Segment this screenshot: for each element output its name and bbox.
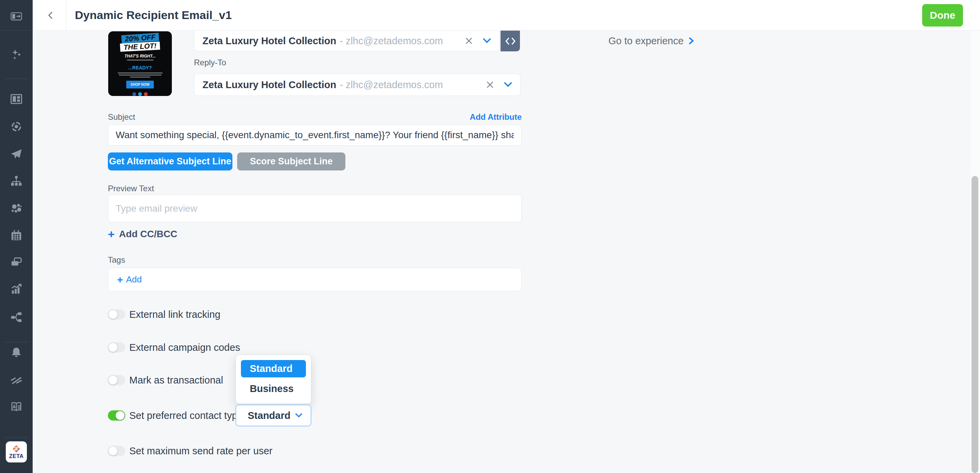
collection-icon[interactable] — [9, 255, 24, 269]
collapse-panel-icon[interactable] — [9, 9, 24, 24]
plus-icon: + — [117, 275, 123, 285]
back-button[interactable] — [43, 8, 59, 23]
calendar-icon[interactable] — [9, 228, 24, 243]
subject-input[interactable] — [108, 124, 522, 146]
contact-type-value: Standard — [248, 410, 291, 421]
contact-type-select[interactable]: Standard — [235, 405, 311, 426]
sidebar: ZETA — [0, 0, 33, 473]
send-icon[interactable] — [9, 147, 24, 161]
score-subject-button[interactable]: Score Subject Line — [237, 153, 345, 170]
zeta-logo[interactable]: ZETA — [6, 441, 27, 462]
speed-icon[interactable] — [9, 373, 24, 387]
zeta-diamond-icon — [12, 445, 21, 453]
toggle-row-external-campaign-codes: External campaign codes — [108, 342, 240, 353]
audience-icon[interactable] — [9, 201, 24, 216]
hierarchy-icon[interactable] — [9, 174, 24, 188]
get-alternative-subject-button[interactable]: Get Alternative Subject Line — [108, 153, 232, 170]
add-tag-label: Add — [126, 274, 142, 285]
thumb-ready-text: ...READY? — [108, 65, 172, 70]
sidebar-divider — [5, 342, 28, 342]
workflow-split-icon[interactable] — [9, 310, 24, 324]
toggle-knob — [108, 446, 118, 455]
chevron-down-icon — [295, 413, 302, 418]
reply-to-address: - zlhc@zetademos.com — [340, 79, 443, 91]
add-attribute-link[interactable]: Add Attribute — [470, 112, 522, 122]
facebook-icon — [132, 92, 136, 96]
thumb-text-bar — [118, 72, 163, 73]
twitter-icon — [138, 92, 142, 96]
toggle-row-mark-as-transactional: Mark as transactional — [108, 375, 223, 385]
toggle-knob — [108, 343, 118, 352]
preview-text-label: Preview Text — [108, 184, 154, 193]
toggle-row-set-maximum-send-rate: Set maximum send rate per user — [108, 446, 272, 456]
thumb-offer-banner-2: THE LOT! — [120, 41, 160, 52]
go-to-experience-label: Go to experience — [608, 35, 684, 47]
go-to-experience-link[interactable]: Go to experience — [608, 34, 695, 48]
google-plus-icon — [144, 92, 148, 96]
page-title: Dynamic Recipient Email_v1 — [75, 0, 232, 30]
thumb-social-icons — [108, 92, 172, 96]
reply-to-name: Zeta Luxury Hotel Collection — [202, 79, 336, 91]
reply-to-label: Reply-To — [194, 58, 226, 67]
thumb-text-bar — [119, 75, 162, 76]
tags-label: Tags — [108, 255, 125, 265]
toggle-row-set-preferred-contact-type: Set preferred contact type — [108, 410, 243, 421]
toggle-label: Mark as transactional — [129, 375, 223, 386]
set-preferred-contact-type-toggle[interactable] — [108, 410, 125, 420]
dropdown-option-standard[interactable]: Standard — [241, 360, 306, 377]
header-divider — [66, 0, 66, 30]
subject-label: Subject — [108, 112, 135, 122]
from-sender-select[interactable]: Zeta Luxury Hotel Collection - zlhc@zeta… — [194, 30, 500, 51]
tags-input-box[interactable]: + Add — [108, 268, 522, 291]
subject-header-row: Subject Add Attribute — [108, 112, 522, 122]
analytics-icon[interactable] — [9, 282, 24, 296]
thumb-tagline: THAT'S RIGHT... — [108, 54, 172, 59]
chevron-right-icon — [688, 37, 695, 45]
email-template-thumbnail[interactable]: 20% OFF THE LOT! THAT'S RIGHT... ...READ… — [108, 31, 172, 96]
chevron-left-icon — [46, 11, 55, 20]
knowledge-base-icon[interactable] — [9, 400, 24, 414]
sidebar-divider — [5, 437, 28, 438]
scrollbar-thumb[interactable] — [972, 176, 978, 473]
ai-sparkles-icon[interactable] — [9, 48, 24, 62]
chevron-down-icon[interactable] — [483, 38, 491, 43]
toggle-label: Set preferred contact type — [129, 410, 243, 421]
app-screen: ZETA Dynamic Recipient Email_v1 Done Go … — [0, 0, 980, 473]
add-cc-bcc-label: Add CC/BCC — [119, 229, 177, 240]
toggle-label: External link tracking — [129, 309, 221, 320]
from-sender-address: - zlhc@zetademos.com — [340, 35, 443, 47]
external-link-tracking-toggle[interactable] — [108, 309, 125, 320]
zeta-logo-text: ZETA — [9, 453, 24, 459]
code-view-button[interactable] — [501, 30, 520, 51]
external-campaign-codes-toggle[interactable] — [108, 342, 125, 352]
toggle-row-external-link-tracking: External link tracking — [108, 309, 221, 320]
preview-text-input[interactable] — [108, 195, 522, 222]
code-icon — [504, 36, 516, 46]
toggle-knob — [108, 310, 118, 319]
thumb-text-bar — [127, 59, 153, 61]
plus-icon: + — [108, 228, 115, 240]
add-tag-button[interactable]: + Add — [117, 274, 142, 285]
clear-icon[interactable] — [465, 37, 473, 45]
mark-as-transactional-toggle[interactable] — [108, 375, 125, 385]
target-icon[interactable] — [9, 119, 24, 134]
toggle-label: Set maximum send rate per user — [129, 446, 272, 457]
from-sender-name: Zeta Luxury Hotel Collection — [202, 35, 336, 47]
chevron-down-icon[interactable] — [504, 82, 512, 88]
contact-type-dropdown-menu: Standard Business — [235, 355, 311, 404]
thumb-shop-now-button: SHOP NOW — [126, 81, 154, 89]
toggle-knob — [108, 376, 118, 384]
dropdown-option-business[interactable]: Business — [236, 383, 311, 394]
set-maximum-send-rate-toggle[interactable] — [108, 446, 125, 456]
reply-to-select[interactable]: Zeta Luxury Hotel Collection - zlhc@zeta… — [194, 73, 520, 96]
dashboard-icon[interactable] — [9, 92, 24, 106]
notifications-bell-icon[interactable] — [9, 346, 24, 360]
toggle-label: External campaign codes — [129, 342, 240, 353]
add-cc-bcc-link[interactable]: + Add CC/BCC — [108, 227, 177, 241]
done-button[interactable]: Done — [922, 4, 963, 27]
header-bar: Dynamic Recipient Email_v1 Done — [33, 0, 980, 30]
clear-icon[interactable] — [485, 80, 495, 89]
toggle-knob — [116, 411, 124, 420]
